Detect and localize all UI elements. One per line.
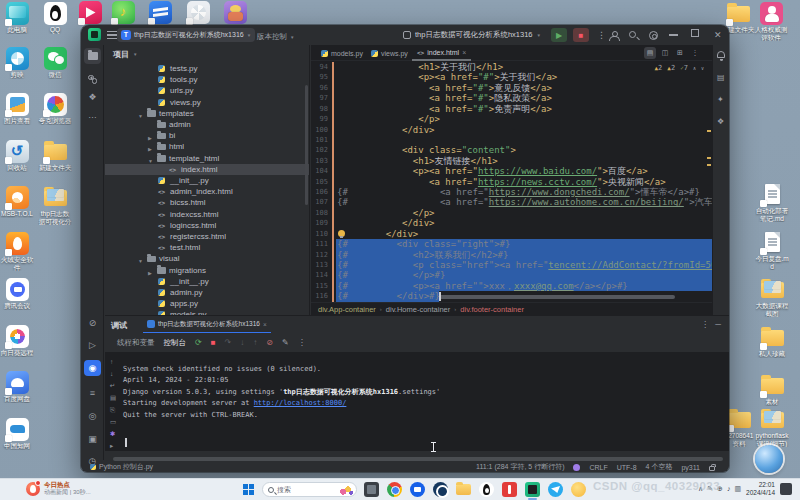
- tab-options-icon[interactable]: ▤: [644, 47, 656, 59]
- taskbar-yellow-app[interactable]: [571, 482, 586, 497]
- taskbar-taskview[interactable]: [364, 482, 379, 497]
- desktop-icon-pink-app[interactable]: 人格权威测评软件: [754, 2, 788, 41]
- desktop-icon-cnki[interactable]: 中国知网: [0, 418, 34, 450]
- desktop-icon-design-app[interactable]: [143, 1, 177, 24]
- tray-icon-3[interactable]: ♪: [727, 485, 731, 493]
- tab-more-icon[interactable]: ⋮: [689, 47, 701, 59]
- stripe-terminal-icon[interactable]: ▣: [84, 431, 101, 447]
- user-icon[interactable]: [609, 31, 618, 40]
- stripe-problems-icon[interactable]: ⊘: [84, 315, 101, 331]
- taskbar-telegram[interactable]: [548, 482, 563, 497]
- stripe-services-icon[interactable]: ≡: [84, 385, 101, 401]
- debug-view-tab-0[interactable]: 线程和变量: [117, 338, 155, 348]
- tree-item-bi[interactable]: ▶bi: [105, 130, 310, 141]
- step-out-icon[interactable]: ↑: [253, 338, 257, 347]
- desktop-icon-meeting[interactable]: 腾讯会议: [0, 278, 34, 310]
- debug-session-tab[interactable]: thp日志数据可视化分析系统hx1316 ×: [143, 316, 271, 333]
- status-item[interactable]: UTF-8: [617, 464, 637, 471]
- desktop-icon-project-folder[interactable]: thp日志数据可视化分析系统hx1316: [38, 186, 72, 225]
- desktop-icon-pc[interactable]: 此电脑: [0, 2, 34, 34]
- desktop-icon-recycle-bin[interactable]: 回收站: [0, 140, 34, 172]
- tree-item---init---py[interactable]: __init__.py: [105, 175, 310, 186]
- desktop-icon-md-doc2[interactable]: 今日复盘.md: [755, 231, 789, 270]
- breadcrumb[interactable]: div.App-container›div.Home-container›div…: [311, 302, 712, 315]
- close-button[interactable]: ✕: [714, 29, 722, 41]
- breadcrumb-item[interactable]: div.footer-container: [460, 305, 524, 314]
- console-gutter-icon-7[interactable]: ▸: [110, 442, 113, 450]
- desktop-icon-folder-private[interactable]: 私人珍藏: [755, 326, 789, 358]
- settings-gear-icon[interactable]: [649, 31, 658, 40]
- run-button[interactable]: ▶: [551, 28, 567, 42]
- stop-button[interactable]: ■: [573, 28, 589, 42]
- tray-clock[interactable]: 22:01 2024/4/14: [746, 481, 775, 497]
- status-item[interactable]: 4 个空格: [646, 462, 673, 472]
- console-hscrollbar[interactable]: [113, 457, 723, 461]
- notifications-bell-icon[interactable]: [717, 51, 725, 58]
- stripe-structure-icon[interactable]: ❖: [84, 89, 101, 105]
- debug-more-icon[interactable]: ⋮: [298, 338, 306, 347]
- project-selector[interactable]: T thp日志数据可视化分析系统hx1316 ▼: [117, 28, 255, 42]
- pycharm-logo-icon[interactable]: [88, 28, 101, 41]
- tree-item-index-html[interactable]: <>index.html: [105, 164, 310, 175]
- taskbar-red-app[interactable]: [502, 482, 517, 497]
- tree-item-logincss-html[interactable]: <>logincss.html: [105, 220, 310, 231]
- console-gutter-icon-2[interactable]: ↵: [110, 382, 115, 390]
- caret-position[interactable]: 111:1 (284 字符, 5 行断行符): [476, 462, 564, 472]
- tree-item-registercss-html[interactable]: <>registercss.html: [105, 231, 310, 242]
- desktop-icon-folder[interactable]: 新建文件夹: [38, 140, 72, 172]
- desktop-icon-qq[interactable]: QQ: [38, 2, 72, 34]
- stripe-project-icon[interactable]: [84, 48, 101, 64]
- tree-item-html[interactable]: ▶html: [105, 141, 310, 152]
- code-area[interactable]: ▲2 ▲2 ✓7 ∧∨ 94 <h1>关于我们</h1>95 <p><a hre…: [311, 62, 712, 302]
- stripe-python-console-icon[interactable]: ◎: [84, 408, 101, 424]
- mute-breakpoints-icon[interactable]: ⊘: [266, 338, 273, 347]
- console-gutter-icon-3[interactable]: ▤: [110, 394, 116, 402]
- status-left[interactable]: Python 控制台.py: [90, 462, 153, 472]
- desktop-icon-folder-assets[interactable]: 素材: [755, 374, 789, 406]
- tree-item-tools-py[interactable]: tools.py: [105, 74, 310, 85]
- tree-item-tests-py[interactable]: tests.py: [105, 63, 310, 74]
- tree-item-visual[interactable]: ▼visual: [105, 253, 310, 264]
- taskbar-explorer[interactable]: [456, 482, 471, 497]
- tree-item-test-html[interactable]: <>test.html: [105, 242, 310, 253]
- step-over-icon[interactable]: ↷: [225, 338, 232, 347]
- tree-item-admin-index-html[interactable]: <>admin_index.html: [105, 186, 310, 197]
- console-gutter-icon-6[interactable]: ✱: [110, 430, 115, 438]
- debug-view-tab-1[interactable]: 控制台: [164, 338, 187, 348]
- desktop-icon-sunflower[interactable]: 向日葵远程: [0, 325, 34, 357]
- console-gutter-icon-5[interactable]: ▭: [110, 418, 116, 426]
- console-link[interactable]: http://localhost:8000/: [254, 399, 347, 407]
- stripe-run-icon[interactable]: ▷: [84, 337, 101, 353]
- stripe-more-icon[interactable]: …: [84, 107, 101, 123]
- titlebar-more-icon[interactable]: ⋮: [597, 29, 606, 41]
- taskbar-qq[interactable]: [479, 482, 494, 497]
- tree-item-indexcss-html[interactable]: <>indexcss.html: [105, 209, 310, 220]
- project-panel-header[interactable]: 项目▼: [113, 49, 137, 60]
- desktop-icon-folder-flask[interactable]: pythonflask课设(细节): [755, 408, 789, 447]
- tree-item-bicss-html[interactable]: <>bicss.html: [105, 197, 310, 208]
- breadcrumb-item[interactable]: div.Home-container: [386, 305, 450, 314]
- database-icon[interactable]: ▤: [717, 73, 725, 82]
- lock-icon[interactable]: [709, 466, 715, 471]
- desktop-icon-qqmusic[interactable]: [106, 1, 140, 24]
- search-icon[interactable]: [629, 31, 636, 38]
- console-gutter-icon-1[interactable]: ↓: [110, 370, 113, 377]
- maximize-button[interactable]: [691, 29, 699, 37]
- status-ai-icon[interactable]: [573, 464, 580, 471]
- status-item[interactable]: CRLF: [589, 464, 607, 471]
- rerun-icon[interactable]: ⟳: [195, 338, 202, 347]
- desktop-icon-quark[interactable]: 夸克浏览器: [38, 93, 72, 125]
- desktop-icon-gift-app[interactable]: [218, 1, 252, 24]
- split-down-icon[interactable]: ⊞: [674, 47, 686, 59]
- main-menu-icon[interactable]: [107, 31, 117, 39]
- desktop-icon-jianying[interactable]: 剪映: [0, 47, 34, 79]
- tree-item-apps-py[interactable]: apps.py: [105, 298, 310, 309]
- taskbar-chrome[interactable]: [387, 482, 402, 497]
- tree-item-templates[interactable]: ▼templates: [105, 108, 310, 119]
- floating-assistant-ball[interactable]: [755, 445, 783, 473]
- ime-icon[interactable]: [780, 483, 792, 495]
- start-button[interactable]: [243, 484, 255, 496]
- editor-tab-index-html[interactable]: <>index.html×: [412, 45, 471, 61]
- desktop-icon-folder-shots[interactable]: 大数据课程截图: [755, 278, 789, 317]
- debug-console[interactable]: ↑↓↵▤⎘▭✱▸ System check identified no issu…: [105, 352, 729, 451]
